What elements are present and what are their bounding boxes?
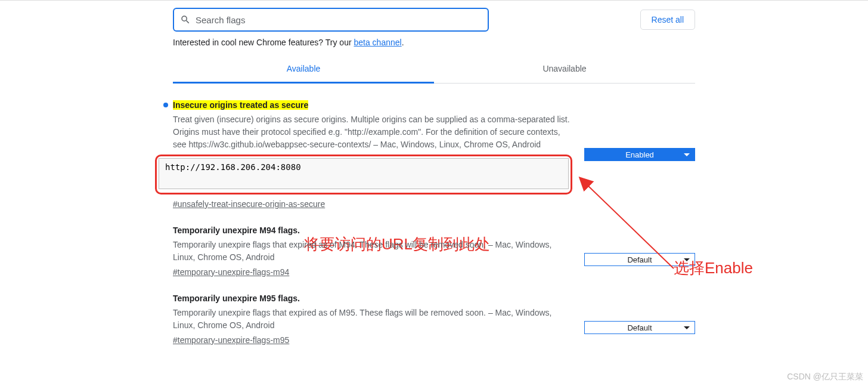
modified-dot-icon (163, 103, 168, 107)
flag-dropdown-default[interactable]: Default (584, 321, 695, 334)
dropdown-value: Default (627, 255, 652, 264)
flag-anchor-link[interactable]: #temporary-unexpire-flags-m95 (173, 335, 289, 345)
tab-unavailable[interactable]: Unavailable (434, 55, 695, 83)
promo-after: . (402, 38, 404, 47)
reset-all-button[interactable]: Reset all (640, 10, 695, 30)
flag-anchor-link[interactable]: #unsafely-treat-insecure-origin-as-secur… (173, 199, 325, 209)
flag-title: Temporarily unexpire M94 flags. (173, 226, 300, 235)
dropdown-value: Default (627, 323, 652, 332)
flag-description: Temporarily unexpire flags that expired … (173, 307, 572, 332)
search-icon (180, 14, 191, 25)
promo-text: Interested in cool new Chrome features? … (173, 38, 695, 47)
flag-insecure-origins: Insecure origins treated as secure Treat… (173, 100, 695, 209)
tab-available[interactable]: Available (173, 55, 434, 84)
flag-description: Temporarily unexpire flags that expired … (173, 239, 572, 264)
flag-dropdown-enabled[interactable]: Enabled (584, 148, 695, 161)
flag-title: Temporarily unexpire M95 flags. (173, 294, 300, 303)
dropdown-value: Enabled (625, 150, 654, 159)
flag-title: Insecure origins treated as secure (173, 100, 308, 110)
flag-description: Treat given (insecure) origins as secure… (173, 113, 572, 151)
origin-textarea[interactable] (159, 158, 569, 189)
flag-m94: Temporarily unexpire M94 flags. Temporar… (173, 226, 695, 277)
flags-page: Reset all Interested in cool new Chrome … (173, 1, 695, 345)
origin-input-highlight (155, 155, 572, 194)
flag-m95: Temporarily unexpire M95 flags. Temporar… (173, 294, 695, 345)
top-row: Reset all (173, 8, 695, 32)
beta-channel-link[interactable]: beta channel (354, 38, 401, 47)
tabs: Available Unavailable (173, 55, 695, 84)
flag-anchor-link[interactable]: #temporary-unexpire-flags-m94 (173, 267, 289, 277)
promo-before: Interested in cool new Chrome features? … (173, 38, 354, 47)
search-box[interactable] (173, 8, 489, 32)
search-input[interactable] (196, 15, 482, 25)
flag-dropdown-default[interactable]: Default (584, 253, 695, 266)
